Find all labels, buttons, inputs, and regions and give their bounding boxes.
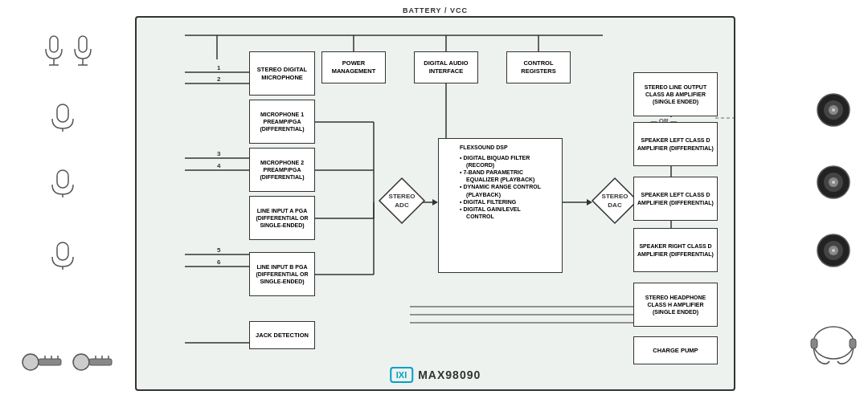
headphone-icon: [809, 323, 858, 367]
svg-rect-10: [57, 242, 68, 260]
svg-text:1: 1: [217, 64, 221, 71]
stereo-dac-block: STEREO DAC: [591, 177, 639, 225]
power-management-block: POWER MANAGEMENT: [321, 51, 386, 83]
speaker-top-right-icon: [816, 92, 852, 128]
speaker-right-block: SPEAKER RIGHT CLASS D AMPLIFIER (DIFFERE…: [633, 228, 718, 272]
charge-pump-block: CHARGE PUMP: [633, 336, 718, 364]
chip-boundary: BATTERY / VCC 1 2 3 4 5 6: [135, 16, 735, 391]
maxim-logo-box: IXI: [390, 367, 413, 383]
svg-text:2: 2: [217, 75, 221, 83]
line-input-icon: [48, 241, 80, 273]
mic2-icon: [48, 169, 80, 201]
svg-text:4: 4: [217, 162, 221, 169]
svg-marker-90: [592, 178, 637, 223]
svg-rect-8: [57, 170, 68, 188]
digital-audio-interface-block: DIGITAL AUDIO INTERFACE: [414, 51, 478, 83]
svg-point-17: [73, 354, 89, 370]
chip-logo-area: IXI MAX98090: [390, 367, 481, 383]
stereo-line-output-block: STEREO LINE OUTPUT CLASS AB AMPLIFIER (S…: [633, 72, 718, 116]
mic1-icon: [48, 103, 80, 135]
speaker-mid-left-icon: [816, 165, 852, 201]
svg-text:3: 3: [217, 150, 221, 157]
svg-point-12: [23, 354, 39, 370]
mic2-preamp-block: MICROPHONE 2 PREAMP/PGA (DIFFERENTIAL): [249, 148, 315, 192]
line-input-b-block: LINE INPUT B PGA (DIFFERENTIAL OR SINGLE…: [249, 252, 315, 296]
svg-text:6: 6: [217, 258, 221, 266]
line-input-a-block: LINE INPUT A PGA (DIFFERENTIAL OR SINGLE…: [249, 196, 315, 240]
jack-detection-block: JACK DETECTION: [249, 321, 315, 349]
digital-mic-icon: [36, 31, 100, 71]
svg-rect-3: [79, 36, 87, 52]
speaker-left-bottom-block: SPEAKER LEFT CLASS D AMPLIFIER (DIFFEREN…: [633, 177, 718, 221]
svg-text:STEREO: STEREO: [389, 193, 416, 200]
svg-text:5: 5: [217, 246, 221, 254]
flexsound-dsp-block: FLEXSOUND DSP • DIGITAL BIQUAD FILTER (R…: [438, 138, 563, 273]
chip-title: BATTERY / VCC: [398, 6, 473, 14]
speaker-left-top-block: SPEAKER LEFT CLASS D AMPLIFIER (DIFFEREN…: [633, 122, 718, 166]
svg-rect-0: [50, 36, 58, 52]
stereo-adc-block: STEREO ADC: [378, 177, 426, 225]
svg-marker-62: [432, 199, 438, 206]
svg-marker-87: [379, 178, 424, 223]
speaker-right-icon: [816, 233, 852, 269]
left-icons-area: [4, 0, 133, 407]
stereo-digital-mic-block: STEREO DIGITAL MICROPHONE: [249, 51, 315, 96]
stereo-headphone-block: STEREO HEADPHONE CLASS H AMPLIFIER (SING…: [633, 283, 718, 327]
svg-rect-36: [850, 339, 856, 348]
svg-rect-13: [39, 359, 61, 365]
svg-point-34: [813, 327, 854, 359]
svg-rect-35: [811, 339, 817, 348]
jack-connectors-left: [12, 340, 125, 385]
mic1-preamp-block: MICROPHONE 1 PREAMP/PGA (DIFFERENTIAL): [249, 100, 315, 144]
svg-rect-6: [57, 104, 68, 122]
svg-rect-18: [89, 359, 112, 365]
control-registers-block: CONTROL REGISTERS: [506, 51, 571, 83]
svg-text:STEREO: STEREO: [602, 193, 628, 200]
svg-point-25: [832, 108, 835, 112]
right-icons-area: [735, 0, 864, 407]
svg-point-33: [832, 249, 835, 252]
chip-name-label: MAX98090: [418, 368, 481, 381]
svg-text:ADC: ADC: [395, 201, 409, 209]
svg-text:DAC: DAC: [608, 201, 622, 209]
svg-point-29: [832, 181, 835, 184]
